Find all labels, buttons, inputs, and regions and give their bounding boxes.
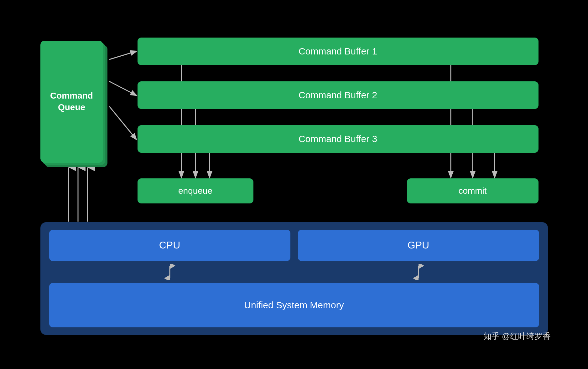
gpu-memory-arrow <box>298 264 539 280</box>
command-buffer-2: Command Buffer 2 <box>138 81 539 109</box>
command-queue-card-front: Command Queue <box>40 41 103 163</box>
buffer-1-label: Command Buffer 1 <box>299 46 377 57</box>
command-buffer-1: Command Buffer 1 <box>138 38 539 65</box>
watermark: 知乎 @红叶绮罗香 <box>483 331 551 342</box>
buffer-2-label: Command Buffer 2 <box>299 90 377 100</box>
commit-label: commit <box>458 186 487 196</box>
svg-line-2 <box>109 81 136 95</box>
command-buffer-3: Command Buffer 3 <box>138 125 539 153</box>
cpu-gpu-memory-arrows <box>49 264 539 280</box>
gpu-box: GPU <box>298 230 539 261</box>
gpu-label: GPU <box>408 239 429 251</box>
cpu-box: CPU <box>49 230 290 261</box>
cpu-label: CPU <box>159 239 180 251</box>
svg-line-3 <box>109 106 136 139</box>
svg-line-1 <box>109 51 136 59</box>
unified-memory-box: Unified System Memory <box>49 283 539 327</box>
buffer-3-label: Command Buffer 3 <box>299 134 377 144</box>
enqueue-label: enqueue <box>178 186 212 196</box>
cpu-memory-arrow <box>49 264 290 280</box>
commit-box: commit <box>407 178 539 203</box>
bottom-system-box: CPU GPU <box>40 222 548 335</box>
memory-label: Unified System Memory <box>244 300 344 310</box>
diagram-container: Command Queue Command Buffer 1 Command B… <box>25 19 564 351</box>
enqueue-box: enqueue <box>138 178 253 203</box>
command-queue-wrapper: Command Queue <box>40 41 109 166</box>
cpu-gpu-row: CPU GPU <box>49 230 539 261</box>
command-queue-label: Command Queue <box>40 90 103 113</box>
